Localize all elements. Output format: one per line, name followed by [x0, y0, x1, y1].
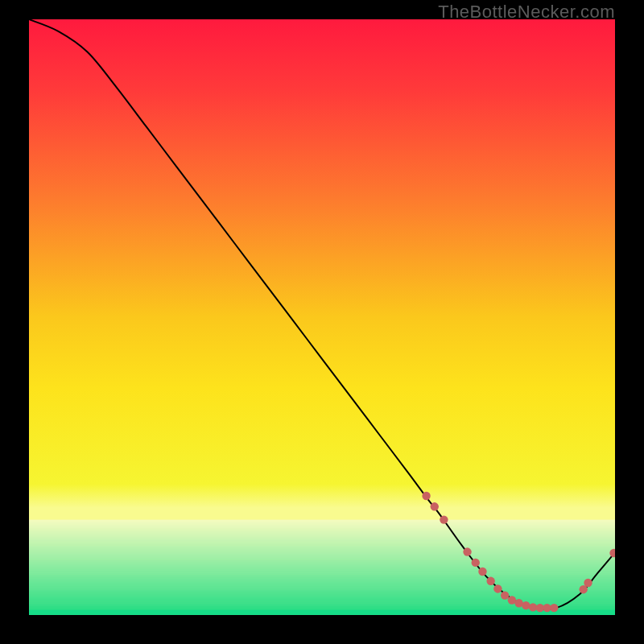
marker-dot — [431, 502, 439, 510]
marker-dot — [493, 584, 502, 592]
chart-stage: TheBottleNecker.com — [0, 0, 644, 644]
marker-dot — [478, 568, 486, 576]
marker-dot — [463, 547, 471, 555]
svg-rect-56 — [29, 610, 615, 615]
marker-dot — [440, 515, 448, 523]
marker-dot — [501, 591, 509, 599]
marker-dot — [522, 601, 530, 609]
marker-dot — [550, 604, 558, 612]
plot-svg — [29, 19, 615, 615]
marker-dot — [584, 579, 592, 587]
marker-dot — [472, 559, 480, 567]
marker-dot — [486, 577, 494, 585]
plot-area — [29, 19, 615, 615]
green-striped-band — [29, 520, 615, 615]
marker-dot — [422, 492, 430, 500]
